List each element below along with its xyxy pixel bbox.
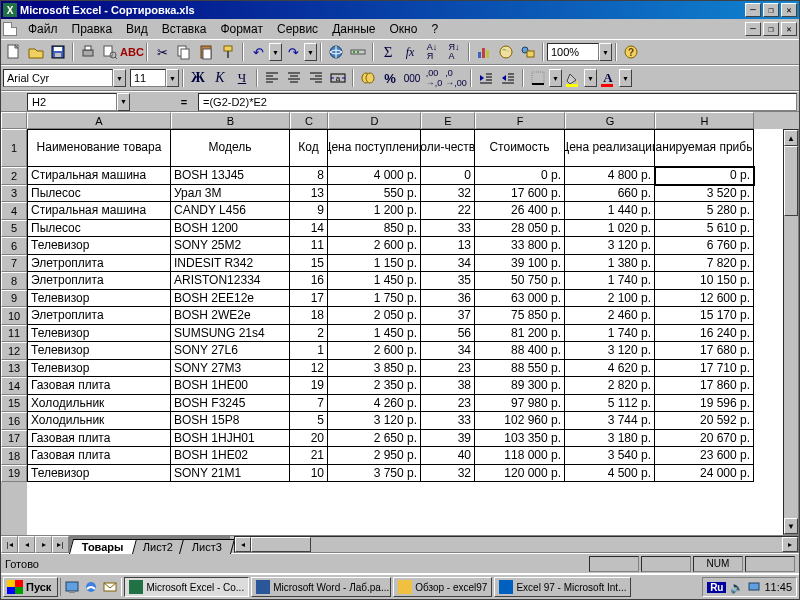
- decrease-indent-button[interactable]: [475, 67, 497, 89]
- col-header-E[interactable]: E: [421, 112, 475, 129]
- data-cell[interactable]: 7: [290, 395, 328, 413]
- data-cell[interactable]: 10: [290, 465, 328, 483]
- currency-button[interactable]: [357, 67, 379, 89]
- data-cell[interactable]: 8: [290, 167, 328, 185]
- data-cell[interactable]: 9: [290, 202, 328, 220]
- data-cell[interactable]: BOSH 1HE00: [171, 377, 290, 395]
- fill-color-dropdown[interactable]: ▼: [584, 69, 597, 87]
- data-cell[interactable]: 22: [421, 202, 475, 220]
- col-header-B[interactable]: B: [171, 112, 290, 129]
- header-cell[interactable]: Код: [290, 129, 328, 167]
- data-cell[interactable]: Элетроплита: [27, 307, 171, 325]
- tab-nav-first[interactable]: |◂: [1, 536, 18, 553]
- data-cell[interactable]: 17 600 р.: [475, 185, 565, 203]
- data-cell[interactable]: 2 650 р.: [328, 430, 421, 448]
- data-cell[interactable]: SONY 27M3: [171, 360, 290, 378]
- data-cell[interactable]: BOSH 1200: [171, 220, 290, 238]
- borders-dropdown[interactable]: ▼: [549, 69, 562, 87]
- data-cell[interactable]: 3 750 р.: [328, 465, 421, 483]
- data-cell[interactable]: 32: [421, 185, 475, 203]
- align-left-button[interactable]: [261, 67, 283, 89]
- autosum-button[interactable]: Σ: [377, 41, 399, 63]
- data-cell[interactable]: 40: [421, 447, 475, 465]
- mdi-restore-button[interactable]: ❐: [763, 22, 779, 36]
- data-cell[interactable]: Газовая плита: [27, 447, 171, 465]
- data-cell[interactable]: 38: [421, 377, 475, 395]
- underline-button[interactable]: Ч: [231, 67, 253, 89]
- data-cell[interactable]: 4 000 р.: [328, 167, 421, 185]
- function-wizard-button[interactable]: fx: [399, 41, 421, 63]
- header-cell[interactable]: Цена поступления: [328, 129, 421, 167]
- new-button[interactable]: [3, 41, 25, 63]
- formula-input[interactable]: =(G2-D2)*E2: [198, 93, 797, 111]
- data-cell[interactable]: 13: [421, 237, 475, 255]
- zoom-dropdown[interactable]: ▼: [599, 43, 612, 61]
- data-cell[interactable]: 118 000 р.: [475, 447, 565, 465]
- data-cell[interactable]: 3 850 р.: [328, 360, 421, 378]
- data-cell[interactable]: 120 000 р.: [475, 465, 565, 483]
- sheet-tab-3[interactable]: Лист3: [179, 539, 235, 554]
- data-cell[interactable]: 2 100 р.: [565, 290, 655, 308]
- data-cell[interactable]: 5 112 р.: [565, 395, 655, 413]
- data-cell[interactable]: 32: [421, 465, 475, 483]
- start-button[interactable]: Пуск: [3, 577, 58, 597]
- tab-nav-last[interactable]: ▸|: [52, 536, 69, 553]
- formula-equals-button[interactable]: =: [174, 96, 194, 108]
- data-cell[interactable]: 19 596 р.: [655, 395, 754, 413]
- menu-file[interactable]: Файл: [21, 20, 65, 38]
- taskbar-task-button[interactable]: Microsoft Excel - Со...: [124, 577, 249, 597]
- data-cell[interactable]: 1 200 р.: [328, 202, 421, 220]
- data-cell[interactable]: 56: [421, 325, 475, 343]
- data-cell[interactable]: 4 500 р.: [565, 465, 655, 483]
- font-color-dropdown[interactable]: ▼: [619, 69, 632, 87]
- ql-outlook-icon[interactable]: [101, 578, 119, 596]
- horizontal-scrollbar[interactable]: ◂ ▸: [234, 536, 799, 553]
- data-cell[interactable]: 2 460 р.: [565, 307, 655, 325]
- print-button[interactable]: [77, 41, 99, 63]
- data-cell[interactable]: 50 750 р.: [475, 272, 565, 290]
- data-cell[interactable]: BOSH 2EE12e: [171, 290, 290, 308]
- redo-dropdown[interactable]: ▼: [304, 43, 317, 61]
- data-cell[interactable]: 3 120 р.: [565, 342, 655, 360]
- data-cell[interactable]: 2 350 р.: [328, 377, 421, 395]
- row-header[interactable]: 5: [1, 220, 27, 238]
- bold-button[interactable]: Ж: [187, 67, 209, 89]
- data-cell[interactable]: 81 200 р.: [475, 325, 565, 343]
- paste-button[interactable]: [195, 41, 217, 63]
- col-header-A[interactable]: A: [27, 112, 171, 129]
- font-size-dropdown[interactable]: ▼: [166, 69, 179, 87]
- row-header[interactable]: 7: [1, 255, 27, 273]
- row-header[interactable]: 19: [1, 465, 27, 483]
- data-cell[interactable]: BOSH 13J45: [171, 167, 290, 185]
- data-cell[interactable]: 2 820 р.: [565, 377, 655, 395]
- data-cell[interactable]: 2 600 р.: [328, 237, 421, 255]
- row-header[interactable]: 14: [1, 377, 27, 395]
- scroll-down-button[interactable]: ▼: [784, 518, 798, 534]
- data-cell[interactable]: INDESIT R342: [171, 255, 290, 273]
- cells-area[interactable]: Наименование товараМодельКодЦена поступл…: [27, 129, 754, 535]
- data-cell[interactable]: 2: [290, 325, 328, 343]
- data-cell[interactable]: 6 760 р.: [655, 237, 754, 255]
- scroll-up-button[interactable]: ▲: [784, 130, 798, 146]
- row-header[interactable]: 16: [1, 412, 27, 430]
- ql-ie-icon[interactable]: [82, 578, 100, 596]
- data-cell[interactable]: 660 р.: [565, 185, 655, 203]
- data-cell[interactable]: 19: [290, 377, 328, 395]
- data-cell[interactable]: 17 710 р.: [655, 360, 754, 378]
- ql-desktop-icon[interactable]: [63, 578, 81, 596]
- data-cell[interactable]: 15: [290, 255, 328, 273]
- row-header[interactable]: 1: [1, 129, 27, 167]
- borders-button[interactable]: [527, 67, 549, 89]
- data-cell[interactable]: 1 450 р.: [328, 325, 421, 343]
- save-button[interactable]: [47, 41, 69, 63]
- print-preview-button[interactable]: [99, 41, 121, 63]
- hyperlink-button[interactable]: [325, 41, 347, 63]
- menu-tools[interactable]: Сервис: [270, 20, 325, 38]
- data-cell[interactable]: 15 170 р.: [655, 307, 754, 325]
- data-cell[interactable]: SONY 21M1: [171, 465, 290, 483]
- col-header-D[interactable]: D: [328, 112, 421, 129]
- header-cell[interactable]: Наименование товара: [27, 129, 171, 167]
- header-cell[interactable]: Коли-чество: [421, 129, 475, 167]
- data-cell[interactable]: 11: [290, 237, 328, 255]
- data-cell[interactable]: 16 240 р.: [655, 325, 754, 343]
